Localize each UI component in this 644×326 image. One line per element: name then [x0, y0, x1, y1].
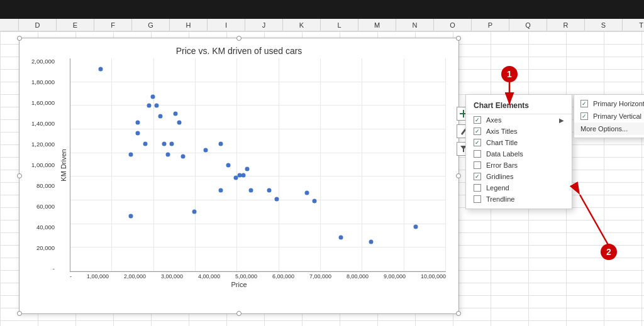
axes-checkbox[interactable] [474, 116, 481, 124]
scatter-point [170, 141, 174, 146]
scatter-point [248, 188, 253, 193]
handle-mr[interactable] [456, 173, 461, 178]
scatter-point [218, 188, 223, 193]
col-T: T [623, 19, 644, 31]
more-options-button[interactable]: More Options... [574, 122, 644, 135]
svg-line-5 [580, 195, 610, 248]
gridlines-horizontal [70, 58, 446, 271]
axis-titles-label: Axis Titles [486, 128, 518, 135]
y-tick-8: 40,000 [23, 224, 57, 231]
trendline-item[interactable]: Trendline [466, 193, 572, 205]
scatter-point [338, 235, 343, 239]
scatter-point [267, 188, 272, 193]
col-F: F [94, 19, 132, 31]
chart-title-item[interactable]: Chart Title [466, 137, 572, 148]
corner-cell [0, 19, 19, 31]
scatter-point [414, 224, 418, 229]
gridlines-checkbox[interactable] [474, 173, 481, 180]
scatter-point [218, 141, 223, 146]
gridlines-vertical [70, 58, 446, 271]
y-tick-9: 20,000 [23, 245, 57, 251]
spreadsheet: D E F G H I J K L M N O P Q R S T U [0, 19, 644, 326]
col-R: R [547, 19, 585, 31]
col-N: N [396, 19, 434, 31]
chart-title-label: Chart Title [486, 139, 518, 146]
axis-titles-checkbox[interactable] [474, 128, 481, 135]
scatter-point [147, 103, 152, 107]
col-J: J [245, 19, 283, 31]
chart-container[interactable]: Price vs. KM driven of used cars 2,00,00… [19, 38, 459, 314]
gridlines-label: Gridlines [486, 173, 513, 180]
col-K: K [283, 19, 321, 31]
axes-label: Axes [486, 116, 501, 124]
x-tick-5: 5,00,000 [235, 273, 257, 280]
top-bar [0, 0, 644, 19]
primary-horizontal-checkbox[interactable] [580, 100, 588, 107]
handle-tr[interactable] [456, 36, 461, 41]
handle-ml[interactable] [17, 173, 22, 178]
legend-label: Legend [486, 184, 509, 192]
scatter-point [155, 103, 159, 107]
primary-vertical-label: Primary Vertical [593, 112, 641, 120]
scatter-point [203, 148, 208, 152]
axis-titles-item[interactable]: Axis Titles [466, 126, 572, 137]
axes-item[interactable]: Axes ▶ [466, 114, 572, 126]
handle-tl[interactable] [17, 36, 22, 41]
x-tick-1: 1,00,000 [87, 273, 109, 280]
scatter-point [241, 173, 245, 178]
y-tick-10: - [23, 266, 57, 272]
column-headers: D E F G H I J K L M N O P Q R S T U [0, 19, 644, 31]
x-tick-4: 4,00,000 [198, 273, 220, 280]
handle-bc[interactable] [236, 311, 242, 316]
scatter-point [245, 167, 249, 171]
chart-elements-panel: Chart Elements Axes ▶ Axis Titles Chart … [465, 94, 572, 209]
data-labels-checkbox[interactable] [474, 150, 481, 158]
error-bars-item[interactable]: Error Bars [466, 160, 572, 171]
trendline-checkbox[interactable] [474, 195, 481, 203]
scatter-point [275, 197, 279, 201]
x-tick-9: 9,00,000 [384, 273, 406, 280]
handle-bl[interactable] [17, 311, 22, 316]
scatter-point [305, 190, 309, 195]
axes-arrow: ▶ [559, 117, 564, 124]
grid-area: Price vs. KM driven of used cars 2,00,00… [0, 31, 644, 326]
legend-checkbox[interactable] [474, 184, 481, 192]
col-G: G [132, 19, 170, 31]
col-E: E [57, 19, 94, 31]
handle-tc[interactable] [236, 36, 242, 41]
chart-plot-area [70, 58, 446, 272]
y-tick-3: 1,40,000 [23, 121, 57, 127]
scatter-point [313, 199, 317, 204]
col-H: H [170, 19, 208, 31]
scatter-point [162, 141, 167, 146]
primary-horizontal-item[interactable]: Primary Horizontal [574, 97, 644, 110]
gridlines-item[interactable]: Gridlines [466, 171, 572, 182]
primary-vertical-checkbox[interactable] [580, 112, 588, 120]
scatter-point [226, 163, 230, 167]
more-options-label: More Options... [580, 125, 628, 133]
y-tick-7: 60,000 [23, 204, 57, 210]
col-D: D [19, 19, 57, 31]
error-bars-label: Error Bars [486, 161, 518, 169]
data-labels-item[interactable]: Data Labels [466, 148, 572, 160]
col-S: S [585, 19, 623, 31]
primary-vertical-item[interactable]: Primary Vertical [574, 110, 644, 122]
chart-title-checkbox[interactable] [474, 139, 481, 146]
y-axis-label: KM Driven [60, 149, 67, 181]
col-M: M [358, 19, 396, 31]
col-P: P [472, 19, 509, 31]
y-tick-4: 1,20,000 [23, 141, 57, 148]
x-axis-title: Price [19, 280, 458, 288]
y-tick-6: 80,000 [23, 183, 57, 189]
error-bars-checkbox[interactable] [474, 161, 481, 169]
x-tick-8: 8,00,000 [347, 273, 369, 280]
legend-item[interactable]: Legend [466, 182, 572, 193]
handle-br[interactable] [456, 311, 461, 316]
annotation-2-arrow [566, 182, 616, 251]
y-tick-2: 1,60,000 [23, 100, 57, 106]
scatter-point [98, 67, 103, 71]
y-tick-1: 1,80,000 [23, 79, 57, 85]
x-tick-6: 6,00,000 [272, 273, 294, 280]
scatter-point [128, 214, 133, 218]
scatter-point [136, 120, 140, 124]
